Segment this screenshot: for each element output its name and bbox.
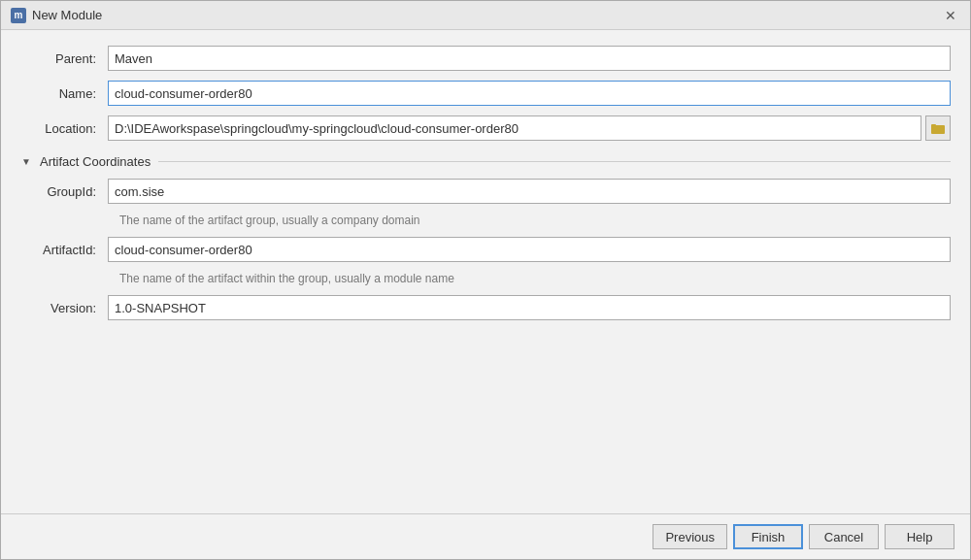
parent-select[interactable]: Maven xyxy=(108,46,951,71)
parent-field: Maven xyxy=(108,46,951,71)
dialog-footer: Previous Finish Cancel Help xyxy=(1,513,970,559)
close-button[interactable]: ✕ xyxy=(941,6,960,25)
dialog-title: New Module xyxy=(32,8,102,22)
artifactid-row: ArtifactId: xyxy=(20,237,951,262)
artifactid-label: ArtifactId: xyxy=(20,243,108,257)
groupid-label: GroupId: xyxy=(20,184,108,199)
folder-icon xyxy=(931,122,945,134)
groupid-hint: The name of the artifact group, usually … xyxy=(108,214,951,227)
parent-label: Parent: xyxy=(20,51,108,66)
name-field xyxy=(108,81,951,106)
name-input[interactable] xyxy=(108,81,951,106)
location-row: Location: xyxy=(20,115,951,141)
artifactid-input[interactable] xyxy=(108,237,951,262)
version-row: Version: xyxy=(20,295,951,320)
collapse-icon[interactable]: ▼ xyxy=(20,156,32,168)
dialog-content: Parent: Maven Name: Location: xyxy=(1,30,970,513)
svg-rect-1 xyxy=(931,124,936,127)
dialog-icon: m xyxy=(11,8,26,23)
artifactid-field xyxy=(108,237,951,262)
parent-row: Parent: Maven xyxy=(20,46,951,71)
version-field xyxy=(108,295,951,320)
finish-button[interactable]: Finish xyxy=(733,524,803,549)
location-input[interactable] xyxy=(108,115,921,141)
new-module-dialog: m New Module ✕ Parent: Maven Name: Locat… xyxy=(0,0,971,560)
title-bar-left: m New Module xyxy=(11,8,102,23)
name-label: Name: xyxy=(20,86,108,101)
artifact-section-title: Artifact Coordinates xyxy=(40,154,151,169)
version-label: Version: xyxy=(20,301,108,315)
location-field xyxy=(108,115,951,141)
help-button[interactable]: Help xyxy=(885,524,954,549)
artifactid-hint: The name of the artifact within the grou… xyxy=(108,272,951,285)
artifact-section-header: ▼ Artifact Coordinates xyxy=(20,154,951,169)
cancel-button[interactable]: Cancel xyxy=(809,524,879,549)
groupid-row: GroupId: xyxy=(20,179,951,204)
previous-button[interactable]: Previous xyxy=(653,524,727,549)
section-divider-line xyxy=(158,161,951,162)
location-label: Location: xyxy=(20,121,108,136)
title-bar: m New Module ✕ xyxy=(1,1,970,30)
version-input[interactable] xyxy=(108,295,951,320)
browse-button[interactable] xyxy=(925,115,951,141)
groupid-input[interactable] xyxy=(108,179,951,204)
name-row: Name: xyxy=(20,81,951,106)
groupid-field xyxy=(108,179,951,204)
